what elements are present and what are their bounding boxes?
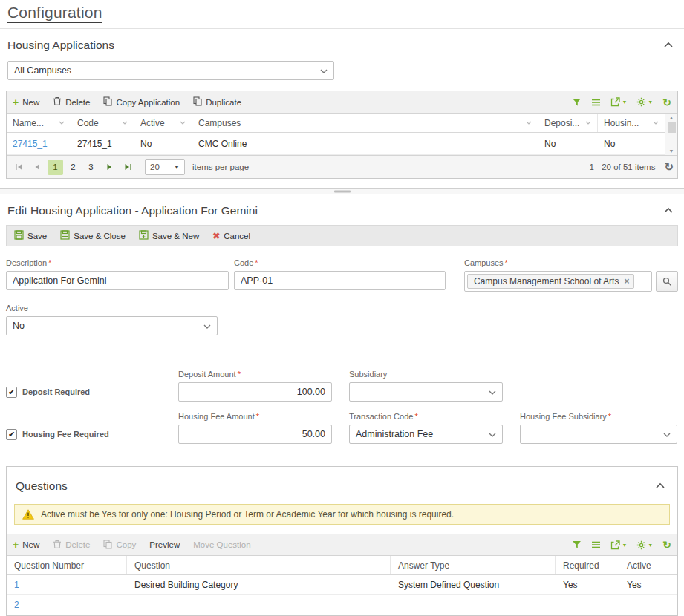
scrollbar-thumb[interactable] [668, 122, 676, 133]
active-select-value: No [13, 321, 25, 331]
deposit-required-checkbox[interactable]: ✔ [6, 387, 17, 398]
code-field[interactable] [234, 271, 446, 290]
table-row[interactable]: 1 Desired Building Category System Defin… [7, 575, 677, 595]
question-new-button[interactable]: + New [13, 540, 39, 550]
column-header-question[interactable]: Question [127, 556, 391, 574]
deposit-amount-field[interactable] [178, 382, 332, 402]
collapse-edit-section-icon[interactable] [660, 204, 677, 217]
description-field[interactable] [6, 271, 229, 290]
cancel-button[interactable]: ✖ Cancel [212, 231, 250, 241]
refresh-icon[interactable]: ↻ [662, 97, 671, 108]
column-list-icon[interactable] [591, 540, 601, 549]
vertical-scrollbar[interactable]: ▲ ▼ [665, 114, 677, 155]
code-label: Code* [234, 258, 446, 267]
question-link[interactable]: 1 [14, 580, 19, 590]
active-select[interactable]: No [6, 316, 218, 335]
edit-toolbar: Save Save & Close Save & New ✖ Cancel [6, 225, 678, 246]
subsidiary-select[interactable] [349, 382, 503, 402]
scroll-down-icon[interactable]: ▼ [669, 148, 674, 154]
campuses-label: Campuses* [464, 258, 678, 267]
save-button[interactable]: Save [14, 230, 47, 241]
page-size-dropdown[interactable]: 20 ▼ [145, 159, 185, 175]
housing-fee-amount-field[interactable] [178, 425, 332, 444]
housing-fee-required-checkbox-wrap: ✔ Housing Fee Required [6, 429, 178, 440]
gear-icon[interactable]: ▼ [636, 540, 653, 550]
housing-grid-toolbar: + New Delete Copy Application Duplicate [7, 91, 677, 114]
column-header-campuses[interactable]: Campuses [192, 114, 538, 132]
new-button[interactable]: + New [13, 97, 39, 108]
question-delete-button[interactable]: Delete [53, 540, 90, 551]
save-and-new-button[interactable]: Save & New [139, 230, 199, 241]
plus-icon: + [13, 540, 19, 550]
column-header-question-number[interactable]: Question Number [7, 556, 127, 574]
scroll-up-icon[interactable]: ▲ [669, 115, 674, 120]
column-header-answer-type[interactable]: Answer Type [391, 556, 556, 574]
pager-page-2[interactable]: 2 [65, 160, 81, 175]
table-row[interactable]: 2 [7, 595, 677, 615]
question-new-button-label: New [22, 540, 39, 549]
deposit-required-checkbox-wrap: ✔ Deposit Required [6, 387, 178, 398]
housing-fee-subsidiary-select[interactable] [520, 425, 677, 444]
remove-chip-icon[interactable]: × [624, 276, 629, 286]
collapse-questions-icon[interactable] [652, 479, 668, 493]
housing-fee-required-checkbox[interactable]: ✔ [6, 429, 17, 440]
application-link[interactable]: 27415_1 [13, 139, 48, 149]
column-header-required[interactable]: Required [556, 556, 619, 574]
cancel-x-icon: ✖ [212, 231, 220, 241]
gear-icon[interactable]: ▼ [636, 97, 653, 107]
campuses-tag-input[interactable]: Campus Management School of Arts × [464, 271, 652, 292]
required-marker: * [238, 370, 241, 379]
column-header-housing[interactable]: Housin... [598, 114, 665, 132]
deposit-amount-label: Deposit Amount* [178, 370, 349, 379]
refresh-icon[interactable]: ↻ [662, 540, 671, 550]
pager-next-button[interactable] [101, 159, 117, 175]
question-link[interactable]: 2 [14, 600, 19, 610]
housing-fee-subsidiary-label: Housing Fee Subsidiary* [520, 412, 678, 421]
items-per-page-label: items per page [192, 163, 249, 171]
splitter-handle[interactable] [0, 188, 684, 194]
column-header-name[interactable]: Name... [7, 114, 71, 132]
pager-last-button[interactable] [120, 159, 136, 175]
export-icon[interactable]: ▼ [610, 540, 627, 550]
dropdown-caret-icon: ▼ [174, 164, 180, 171]
cancel-button-label: Cancel [224, 232, 250, 240]
question-preview-button[interactable]: Preview [149, 540, 180, 549]
pager-page-1[interactable]: 1 [48, 160, 63, 175]
duplicate-button[interactable]: Duplicate [193, 96, 241, 108]
chevron-down-icon [489, 429, 496, 439]
required-marker: * [414, 412, 417, 421]
required-marker: * [256, 412, 259, 421]
question-move-button[interactable]: Move Question [193, 540, 250, 549]
export-icon[interactable]: ▼ [610, 97, 627, 107]
chevron-down-icon [489, 387, 496, 397]
save-button-label: Save [27, 232, 47, 240]
save-and-close-button[interactable]: Save & Close [60, 230, 126, 241]
column-header-active[interactable]: Active [134, 114, 192, 132]
transaction-code-select[interactable]: Administration Fee [349, 425, 503, 444]
pager-page-3[interactable]: 3 [83, 160, 99, 175]
required-cell: Yes [556, 580, 619, 590]
campus-search-button[interactable] [656, 271, 678, 292]
pager-first-button[interactable] [10, 159, 27, 175]
delete-button[interactable]: Delete [53, 96, 90, 108]
question-cell: Desired Building Category [127, 580, 391, 590]
copy-application-button[interactable]: Copy Application [103, 96, 180, 108]
campus-filter-dropdown[interactable]: All Campuses [7, 61, 334, 80]
question-move-button-label: Move Question [193, 540, 250, 549]
pager-previous-button[interactable] [29, 159, 45, 175]
splitter-grip-icon [334, 190, 351, 192]
table-row[interactable]: 27415_1 27415_1 No CMC Online No No [7, 133, 665, 155]
column-header-deposit[interactable]: Deposi... [538, 114, 598, 132]
column-list-icon[interactable] [591, 98, 601, 107]
chevron-down-icon: ▼ [648, 99, 653, 105]
pager-refresh-icon[interactable]: ↻ [664, 160, 674, 174]
housing-fee-amount-label: Housing Fee Amount* [178, 412, 349, 421]
collapse-housing-applications-icon[interactable] [660, 39, 677, 52]
column-header-code[interactable]: Code [71, 114, 134, 132]
filter-icon[interactable] [572, 98, 582, 107]
column-header-active[interactable]: Active [619, 556, 677, 574]
pager-range-label: 1 - 20 of 51 items [590, 163, 656, 171]
filter-icon[interactable] [572, 540, 582, 549]
question-copy-button[interactable]: Copy [103, 540, 136, 551]
chevron-down-icon: ▼ [622, 543, 627, 548]
